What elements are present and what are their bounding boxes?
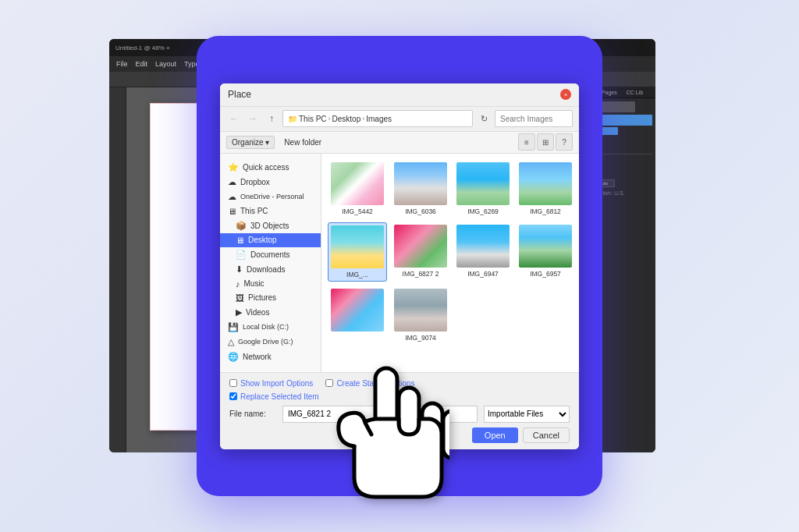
show-import-checkbox[interactable]: Show Import Options <box>229 379 313 388</box>
dialog-toolbar: Organize ▾ New folder ≡ ⊞ ? <box>220 132 579 154</box>
sidebar-item-music[interactable]: ♪ Music <box>220 277 321 291</box>
breadcrumb-folder-icon: 📁 <box>288 115 297 123</box>
file-thumb-img5442 <box>331 162 384 205</box>
sidebar-item-downloads[interactable]: ⬇ Downloads <box>220 262 321 277</box>
search-input[interactable] <box>495 110 573 127</box>
show-import-label: Show Import Options <box>240 379 313 388</box>
file-item-img6036[interactable]: IMG_6036 <box>392 160 449 218</box>
create-captions-input[interactable] <box>325 379 333 387</box>
dropbox-icon: ☁ <box>228 177 236 187</box>
file-thumb-img68272 <box>394 225 447 268</box>
breadcrumb-sep-2: › <box>362 115 364 122</box>
onedrive-icon: ☁ <box>228 192 236 202</box>
indesign-tools <box>109 87 126 452</box>
music-icon: ♪ <box>236 279 240 289</box>
3d-objects-icon: 📦 <box>236 221 247 231</box>
file-item-img6269[interactable]: IMG_6269 <box>454 160 512 218</box>
file-dialog[interactable]: Place × ← → ↑ 📁 This PC › Desktop › Imag… <box>220 83 579 449</box>
nav-forward-button[interactable]: → <box>245 111 261 126</box>
dialog-sidebar: ⭐ Quick access ☁ Dropbox ☁ OneDrive - Pe… <box>220 154 321 372</box>
main-card: Place × ← → ↑ 📁 This PC › Desktop › Imag… <box>197 36 602 496</box>
file-item-img68272[interactable]: IMG_6827 2 <box>392 222 449 282</box>
organize-button[interactable]: Organize ▾ <box>226 136 275 149</box>
sidebar-label-desktop: Desktop <box>248 236 277 244</box>
dialog-title: Place <box>228 89 251 100</box>
google-drive-icon: △ <box>228 337 234 347</box>
sidebar-item-google-drive[interactable]: △ Google Drive (G:) <box>220 335 321 349</box>
menu-file: File <box>112 60 132 68</box>
file-name-img68272: IMG_6827 2 <box>403 270 439 278</box>
filetype-select[interactable]: Importable Files <box>484 406 570 423</box>
file-thumb-img6812 <box>519 162 572 205</box>
file-name-img6947: IMG_6947 <box>467 270 499 278</box>
sidebar-item-pictures[interactable]: 🖼 Pictures <box>220 291 321 305</box>
footer-checkboxes: Show Import Options Create Static Captio… <box>229 379 570 388</box>
file-thumb-img6957 <box>519 225 572 268</box>
replace-item-checkbox[interactable]: Replace Selected Item <box>229 392 570 401</box>
sidebar-item-network[interactable]: 🌐 Network <box>220 349 321 364</box>
filename-label: File name: <box>229 410 276 418</box>
quick-access-icon: ⭐ <box>228 162 239 172</box>
sidebar-item-desktop[interactable]: 🖥 Desktop <box>220 233 321 247</box>
nav-back-button[interactable]: ← <box>226 111 242 126</box>
file-name-img5442: IMG_5442 <box>342 207 373 215</box>
file-thumb-img6821 <box>331 225 384 268</box>
view-grid-button[interactable]: ⊞ <box>537 133 554 151</box>
breadcrumb-pc: This PC <box>299 115 327 123</box>
view-list-button[interactable]: ≡ <box>518 133 535 151</box>
dialog-close-button[interactable]: × <box>560 89 571 100</box>
filename-input[interactable] <box>282 406 478 423</box>
replace-item-input[interactable] <box>229 392 237 400</box>
file-item-img6821[interactable]: IMG_... <box>328 222 387 282</box>
sidebar-item-quick-access[interactable]: ⭐ Quick access <box>220 160 321 175</box>
open-button[interactable]: Open <box>472 427 518 443</box>
documents-icon: 📄 <box>236 250 247 260</box>
view-help-button[interactable]: ? <box>556 133 573 151</box>
nav-refresh-button[interactable]: ↻ <box>476 111 492 126</box>
dialog-body: ⭐ Quick access ☁ Dropbox ☁ OneDrive - Pe… <box>220 154 579 372</box>
pictures-icon: 🖼 <box>236 293 244 303</box>
view-options: ≡ ⊞ ? <box>518 133 573 151</box>
nav-up-button[interactable]: ↑ <box>264 111 279 126</box>
videos-icon: ▶ <box>236 307 242 317</box>
file-name-img6821: IMG_... <box>346 271 368 278</box>
file-name-img6957: IMG_6957 <box>530 270 561 278</box>
sidebar-label-local-disk: Local Disk (C:) <box>243 323 289 331</box>
file-item-img-landscape[interactable] <box>328 286 387 344</box>
file-item-img6947[interactable]: IMG_6947 <box>454 222 512 282</box>
sidebar-item-local-disk[interactable]: 💾 Local Disk (C:) <box>220 320 321 335</box>
file-item-img6957[interactable]: IMG_6957 <box>517 222 574 282</box>
show-import-input[interactable] <box>229 379 237 387</box>
sidebar-item-dropbox[interactable]: ☁ Dropbox <box>220 175 321 190</box>
sidebar-item-onedrive[interactable]: ☁ OneDrive - Personal <box>220 190 321 204</box>
breadcrumb-desktop: Desktop <box>332 115 361 123</box>
dialog-titlebar: Place × <box>220 83 579 107</box>
file-thumb-img6269 <box>456 162 510 205</box>
file-grid: IMG_5442 IMG_6036 IMG_6269 IMG_6812 IMG_… <box>321 154 579 372</box>
file-item-img5442[interactable]: IMG_5442 <box>328 160 387 218</box>
create-captions-checkbox[interactable]: Create Static Captions <box>325 379 414 388</box>
new-folder-button[interactable]: New folder <box>279 137 326 148</box>
sidebar-item-documents[interactable]: 📄 Documents <box>220 247 321 262</box>
file-item-img9074[interactable]: IMG_9074 <box>392 286 449 344</box>
breadcrumb-images: Images <box>366 115 392 123</box>
panel-tab-cc: CC Lib <box>622 87 648 98</box>
footer-buttons: Open Cancel <box>229 427 570 443</box>
sidebar-item-videos[interactable]: ▶ Videos <box>220 305 321 320</box>
sidebar-item-3d-objects[interactable]: 📦 3D Objects <box>220 218 321 233</box>
sidebar-label-3d-objects: 3D Objects <box>250 222 289 230</box>
file-thumb-img-landscape <box>331 289 384 332</box>
cancel-button[interactable]: Cancel <box>523 427 570 443</box>
sidebar-label-downloads: Downloads <box>247 265 285 274</box>
sidebar-label-this-pc: This PC <box>240 207 268 215</box>
sidebar-item-this-pc[interactable]: 🖥 This PC <box>220 204 321 218</box>
file-thumb-img6036 <box>394 162 447 205</box>
sidebar-label-pictures: Pictures <box>248 293 276 302</box>
file-item-img6812[interactable]: IMG_6812 <box>517 160 574 218</box>
sidebar-label-documents: Documents <box>250 250 290 259</box>
indesign-title: Untitled-1 @ 48% × <box>115 44 170 51</box>
sidebar-label-videos: Videos <box>246 308 269 317</box>
sidebar-label-music: Music <box>244 279 265 288</box>
this-pc-icon: 🖥 <box>228 207 236 216</box>
network-icon: 🌐 <box>228 352 239 362</box>
